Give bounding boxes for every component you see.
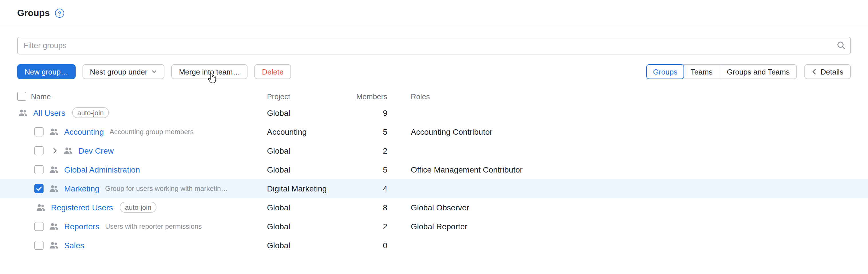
- group-table-body: All Usersauto-joinGlobal9AccountingAccou…: [0, 103, 868, 254]
- header-project-label: Project: [267, 92, 356, 100]
- row-roles-cell: Global Reporter: [411, 221, 851, 231]
- row-name-cell: AccountingAccounting group members: [17, 127, 267, 136]
- nest-group-under-button[interactable]: Nest group under: [83, 64, 165, 79]
- groups-admin-page: Groups ? New group… Nest group under Mer…: [0, 0, 868, 274]
- row-project-cell: Global: [267, 221, 356, 231]
- details-label: Details: [821, 67, 844, 76]
- header-name-label: Name: [31, 92, 51, 100]
- row-name-cell: All Usersauto-join: [17, 107, 267, 118]
- group-name-link[interactable]: All Users: [33, 108, 65, 117]
- group-name-link[interactable]: Reporters: [64, 221, 99, 231]
- search-icon: [836, 41, 846, 50]
- row-members-cell: 2: [356, 146, 387, 155]
- tab-teams[interactable]: Teams: [684, 65, 720, 79]
- group-name-link[interactable]: Dev Crew: [79, 146, 114, 155]
- groups-table: Name Project Members Roles All Usersauto…: [0, 89, 868, 254]
- row-project-cell: Global: [267, 203, 356, 212]
- view-mode-segmented-control: Groups Teams Groups and Teams: [646, 64, 797, 79]
- auto-join-badge: auto-join: [120, 202, 156, 213]
- group-icon: [64, 146, 73, 155]
- table-header-row: Name Project Members Roles: [0, 89, 868, 103]
- table-row[interactable]: ReportersUsers with reporter permissions…: [0, 217, 868, 236]
- row-project-cell: Accounting: [267, 127, 356, 136]
- row-roles-cell: Office Management Contributor: [411, 165, 851, 174]
- row-checkbox[interactable]: [34, 241, 43, 250]
- group-name-link[interactable]: Marketing: [64, 184, 99, 193]
- header-roles-label: Roles: [411, 92, 851, 100]
- header-name-cell: Name: [17, 92, 267, 101]
- group-icon: [49, 241, 58, 250]
- group-description: Users with reporter permissions: [105, 222, 202, 230]
- row-roles-cell: Accounting Contributor: [411, 127, 851, 136]
- row-members-cell: 0: [356, 241, 387, 250]
- row-name-cell: Dev Crew: [17, 146, 267, 155]
- row-checkbox[interactable]: [34, 146, 43, 155]
- table-row[interactable]: AccountingAccounting group membersAccoun…: [0, 122, 868, 141]
- toolbar: New group… Nest group under Merge into t…: [17, 64, 851, 79]
- details-button[interactable]: Details: [805, 64, 851, 79]
- row-name-cell: MarketingGroup for users working with ma…: [17, 184, 267, 193]
- row-members-cell: 2: [356, 221, 387, 231]
- table-row[interactable]: Dev CrewGlobal2: [0, 141, 868, 160]
- chevron-left-icon: [812, 68, 817, 75]
- row-roles-cell: Global Observer: [411, 203, 851, 212]
- table-row[interactable]: All Usersauto-joinGlobal9: [0, 103, 868, 122]
- row-members-cell: 5: [356, 127, 387, 136]
- group-name-link[interactable]: Accounting: [64, 127, 104, 136]
- table-row[interactable]: SalesGlobal0: [0, 236, 868, 254]
- filter-groups-input[interactable]: [17, 37, 851, 55]
- group-icon: [49, 184, 58, 193]
- group-description: Accounting group members: [110, 127, 194, 135]
- row-checkbox[interactable]: [34, 127, 43, 136]
- row-project-cell: Global: [267, 241, 356, 250]
- header-members-label: Members: [356, 92, 387, 100]
- row-project-cell: Global: [267, 146, 356, 155]
- row-name-cell: Sales: [17, 241, 267, 250]
- group-name-link[interactable]: Global Administration: [64, 165, 140, 174]
- row-checkbox[interactable]: [34, 165, 43, 174]
- row-name-cell: ReportersUsers with reporter permissions: [17, 221, 267, 231]
- toolbar-right-group: Groups Teams Groups and Teams Details: [646, 64, 851, 79]
- row-members-cell: 4: [356, 184, 387, 193]
- group-name-link[interactable]: Registered Users: [51, 203, 113, 212]
- new-group-button[interactable]: New group…: [17, 64, 75, 79]
- table-row[interactable]: Global AdministrationGlobal5Office Manag…: [0, 160, 868, 179]
- group-icon: [49, 127, 58, 136]
- row-checkbox[interactable]: [34, 184, 43, 193]
- help-icon[interactable]: ?: [55, 9, 64, 18]
- group-icon: [18, 108, 28, 117]
- delete-button[interactable]: Delete: [255, 64, 291, 79]
- chevron-down-icon: [152, 69, 157, 74]
- page-header: Groups ?: [0, 0, 868, 26]
- filter-row: [17, 37, 851, 55]
- select-all-checkbox[interactable]: [17, 92, 26, 101]
- row-members-cell: 9: [356, 108, 387, 117]
- row-project-cell: Digital Marketing: [267, 184, 356, 193]
- row-project-cell: Global: [267, 108, 356, 117]
- page-title: Groups: [17, 7, 50, 19]
- group-icon: [36, 203, 45, 212]
- group-name-link[interactable]: Sales: [64, 241, 84, 250]
- group-icon: [49, 221, 58, 231]
- nest-group-under-label: Nest group under: [90, 67, 148, 76]
- merge-into-team-button[interactable]: Merge into team…: [172, 64, 248, 79]
- group-description: Group for users working with marketin…: [105, 184, 228, 192]
- row-members-cell: 5: [356, 165, 387, 174]
- row-checkbox[interactable]: [34, 221, 43, 231]
- expand-chevron-icon[interactable]: [53, 147, 57, 154]
- row-project-cell: Global: [267, 165, 356, 174]
- table-row[interactable]: Registered Usersauto-joinGlobal8Global O…: [0, 198, 868, 217]
- row-members-cell: 8: [356, 203, 387, 212]
- row-name-cell: Registered Usersauto-join: [17, 202, 267, 213]
- auto-join-badge: auto-join: [72, 107, 109, 118]
- tab-groups[interactable]: Groups: [646, 64, 684, 79]
- group-icon: [49, 165, 58, 174]
- row-name-cell: Global Administration: [17, 165, 267, 174]
- header-divider: [0, 26, 868, 26]
- table-row[interactable]: MarketingGroup for users working with ma…: [0, 179, 868, 198]
- tab-groups-and-teams[interactable]: Groups and Teams: [719, 65, 796, 79]
